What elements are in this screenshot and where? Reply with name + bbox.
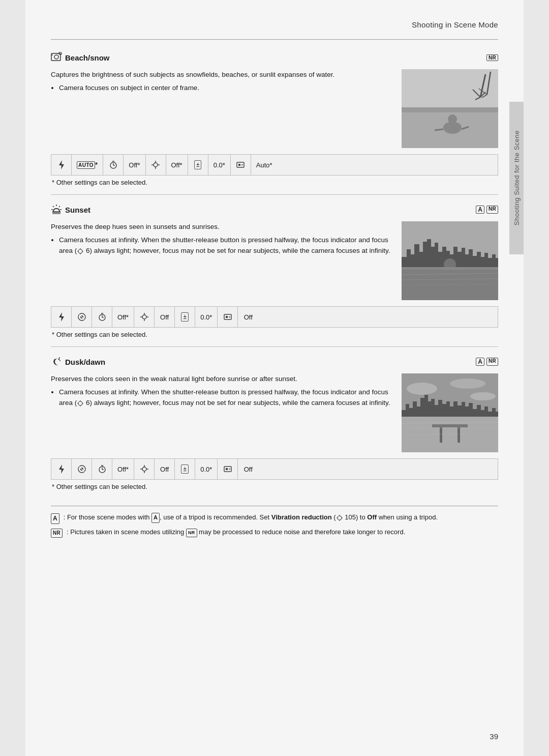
quality-cell-1: Off* <box>124 155 145 175</box>
flash-mode-cell-3 <box>72 459 92 479</box>
svg-point-82 <box>450 379 485 389</box>
macro-value-2: Off <box>160 313 169 321</box>
af-cell-3 <box>218 459 238 479</box>
dusk-dawn-text: Preserves the colors seen in the weak na… <box>51 373 393 452</box>
dusk-dawn-bullets: Camera focuses at infinity. When the shu… <box>51 387 393 409</box>
svg-line-57 <box>79 314 84 319</box>
af-cell-1 <box>231 155 251 175</box>
ev-value-cell-2: 0.0* <box>195 307 218 327</box>
dusk-dawn-content: Preserves the colors seen in the weak na… <box>51 373 498 452</box>
svg-rect-87 <box>458 427 460 443</box>
dusk-dawn-settings-row: Off* Off ± 0.0* <box>51 458 498 480</box>
quality-cell-3: Off* <box>112 459 134 479</box>
beach-snow-icon <box>51 52 62 63</box>
self-timer-icon-1 <box>109 161 117 169</box>
macro-icon-2 <box>140 312 149 322</box>
ev-icon-2: ± <box>181 312 189 322</box>
svg-point-49 <box>444 258 456 271</box>
sunset-image <box>402 221 498 300</box>
svg-line-33 <box>53 206 54 207</box>
flash-prohibited-icon-3 <box>77 464 86 474</box>
sunset-description: Preserves the deep hues seen in sunsets … <box>51 221 393 232</box>
svg-rect-30 <box>238 164 240 166</box>
beach-snow-title: Beach/snow <box>65 53 110 62</box>
sidebar-label: Shooting Suited for the Scene <box>513 130 521 225</box>
sunset-title: Sunset <box>65 206 90 214</box>
beach-snow-svg <box>402 69 498 148</box>
footer-note-tripod: A : For those scene modes with A, use of… <box>51 512 498 524</box>
svg-line-17 <box>435 129 443 130</box>
flash-mode-cell-2 <box>72 307 92 327</box>
sunset-bullets: Camera focuses at infinity. When the shu… <box>51 235 393 256</box>
macro-icon-3 <box>140 464 149 474</box>
flash-icon-2 <box>58 312 65 322</box>
af-value-2: Off <box>244 313 253 321</box>
nr-badge-dusk: NR <box>486 358 498 366</box>
nr-note-icon: NR <box>51 528 63 538</box>
svg-rect-86 <box>440 427 442 443</box>
dusk-dawn-other-settings: * Other settings can be selected. <box>51 483 498 490</box>
af-value-cell-1: Auto* <box>251 155 278 175</box>
svg-point-81 <box>407 383 437 395</box>
self-timer-cell-1 <box>103 155 124 175</box>
self-timer-icon-3 <box>98 465 106 473</box>
section-dusk-dawn: Dusk/dawn A NR Preserves the colors seen… <box>51 354 498 490</box>
svg-rect-85 <box>432 424 468 427</box>
svg-point-62 <box>142 315 146 319</box>
svg-point-70 <box>58 359 60 360</box>
svg-point-72 <box>59 357 60 358</box>
macro-value-3: Off <box>160 466 169 473</box>
flash-cell-1 <box>51 155 72 175</box>
dusk-dawn-icon <box>51 356 62 367</box>
footer-note-nr: NR : Pictures taken in scene modes utili… <box>51 527 498 538</box>
af-value-3: Off <box>244 466 253 473</box>
ev-icon-3: ± <box>181 464 189 474</box>
macro-cell-2 <box>134 307 155 327</box>
ev-cell-1: ± <box>188 155 208 175</box>
macro-value-cell-2: Off <box>155 307 175 327</box>
macro-icon-1 <box>151 160 160 169</box>
svg-marker-19 <box>59 160 64 169</box>
svg-point-99 <box>142 467 146 471</box>
ev-cell-3: ± <box>175 459 195 479</box>
dusk-dawn-svg <box>402 373 498 452</box>
self-timer-icon-2 <box>98 313 106 321</box>
svg-line-94 <box>79 467 84 472</box>
af-value-cell-3: Off <box>238 459 258 479</box>
svg-rect-68 <box>226 316 228 318</box>
footer-note-tripod-text: : For those scene modes with A, use of a… <box>64 512 438 523</box>
sunset-icon <box>51 204 62 215</box>
beach-snow-other-settings: * Other settings can be selected. <box>51 179 498 186</box>
beach-snow-text: Captures the brightness of such subjects… <box>51 69 393 148</box>
svg-rect-7 <box>402 107 498 112</box>
ev-value-2: 0.0* <box>200 313 212 321</box>
page-number: 39 <box>490 732 498 741</box>
af-icon-3 <box>223 465 232 473</box>
dusk-dawn-title: Dusk/dawn <box>65 358 105 366</box>
tripod-badge-dusk: A <box>476 358 484 366</box>
svg-point-107 <box>338 516 342 520</box>
divider-2 <box>51 346 498 347</box>
svg-rect-105 <box>226 468 228 470</box>
nr-badge-sunset: NR <box>486 206 498 214</box>
flash-mode-value-1: AUTO* <box>77 161 98 168</box>
tripod-note-icon: A <box>51 513 59 524</box>
dusk-dawn-description: Preserves the colors seen in the weak na… <box>51 373 393 385</box>
ev-value-1: 0.0* <box>214 161 225 169</box>
dusk-dawn-header: Dusk/dawn A NR <box>51 354 498 369</box>
self-timer-cell-3 <box>92 459 112 479</box>
flash-icon-1 <box>58 160 65 169</box>
sidebar-container: Shooting Suited for the Scene <box>509 102 524 254</box>
dusk-dawn-bullet-1: Camera focuses at infinity. When the shu… <box>59 387 393 409</box>
beach-snow-badges: NR <box>486 54 498 61</box>
beach-snow-settings-row: AUTO* Off* <box>51 154 498 176</box>
af-icon-2 <box>223 313 232 321</box>
beach-snow-bullets: Camera focuses on subject in center of f… <box>51 82 393 94</box>
dusk-dawn-badges: A NR <box>476 358 498 366</box>
sunset-badges: A NR <box>476 206 498 214</box>
ev-icon-1: ± <box>194 160 202 169</box>
dusk-dawn-image <box>402 373 498 452</box>
tripod-badge-sunset: A <box>476 206 484 214</box>
quality-value-1: Off* <box>129 161 140 169</box>
sunset-content: Preserves the deep hues seen in sunsets … <box>51 221 498 300</box>
